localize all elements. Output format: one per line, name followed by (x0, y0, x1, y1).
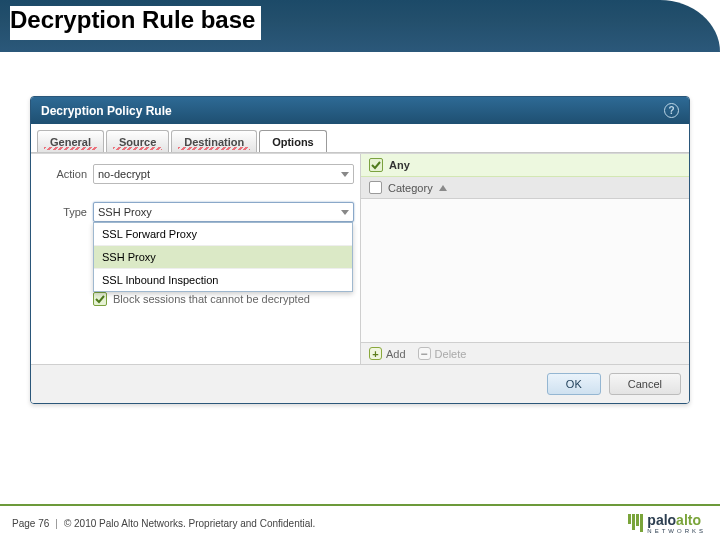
type-option-ssh-proxy[interactable]: SSH Proxy (94, 246, 352, 269)
plus-icon: + (369, 347, 382, 360)
add-label: Add (386, 348, 406, 360)
footer-separator: | (55, 518, 58, 529)
type-label: Type (37, 206, 93, 218)
block-sessions-row: Block sessions that cannot be decrypted (93, 292, 354, 306)
minus-icon: − (418, 347, 431, 360)
tab-source[interactable]: Source (106, 130, 169, 152)
tab-row: General Source Destination Options (31, 124, 689, 153)
right-pane: Any Category + Add − Delete (361, 154, 689, 364)
help-icon[interactable]: ? (664, 103, 679, 118)
type-dropdown: SSL Forward Proxy SSH Proxy SSL Inbound … (93, 222, 353, 292)
logo-word2: alto (676, 512, 701, 528)
dialog-footer: OK Cancel (31, 364, 689, 403)
dialog-titlebar: Decryption Policy Rule ? (31, 97, 689, 124)
ok-button[interactable]: OK (547, 373, 601, 395)
chevron-down-icon (341, 172, 349, 177)
decryption-rule-dialog: Decryption Policy Rule ? General Source … (30, 96, 690, 404)
delete-button[interactable]: − Delete (418, 347, 467, 360)
spellcheck-wavy-icon (178, 147, 250, 150)
cancel-button[interactable]: Cancel (609, 373, 681, 395)
logo-text: paloalto (647, 512, 706, 528)
left-pane: Action no-decrypt Type SSH Proxy SSL For… (31, 154, 361, 364)
type-option-ssl-forward[interactable]: SSL Forward Proxy (94, 223, 352, 246)
action-label: Action (37, 168, 93, 180)
sort-asc-icon (439, 185, 447, 191)
action-select[interactable]: no-decrypt (93, 164, 354, 184)
type-row: Type SSH Proxy (37, 202, 354, 222)
logo-word1: palo (647, 512, 676, 528)
type-select-value: SSH Proxy (98, 206, 152, 218)
category-header[interactable]: Category (361, 177, 689, 199)
tab-general[interactable]: General (37, 130, 104, 152)
check-icon (95, 294, 105, 304)
chevron-down-icon (341, 210, 349, 215)
logo-subtext: NETWORKS (647, 528, 706, 534)
slide-footer: Page 76 | © 2010 Palo Alto Networks. Pro… (0, 504, 720, 540)
action-select-value: no-decrypt (98, 168, 150, 180)
block-sessions-checkbox[interactable] (93, 292, 107, 306)
page-number: Page 76 (12, 518, 49, 529)
dialog-title: Decryption Policy Rule (41, 104, 172, 118)
action-row: Action no-decrypt (37, 164, 354, 184)
slide-title: Decryption Rule base (10, 6, 261, 40)
spellcheck-wavy-icon (113, 147, 162, 150)
check-icon (371, 160, 381, 170)
paloalto-logo: paloalto NETWORKS (628, 512, 706, 534)
delete-label: Delete (435, 348, 467, 360)
type-option-ssl-inbound[interactable]: SSL Inbound Inspection (94, 269, 352, 291)
add-button[interactable]: + Add (369, 347, 406, 360)
category-list (361, 199, 689, 342)
dialog-body: Action no-decrypt Type SSH Proxy SSL For… (31, 153, 689, 364)
category-select-all-checkbox[interactable] (369, 181, 382, 194)
category-label: Category (388, 182, 433, 194)
spellcheck-wavy-icon (44, 147, 97, 150)
tab-destination[interactable]: Destination (171, 130, 257, 152)
any-checkbox[interactable] (369, 158, 383, 172)
any-row: Any (361, 154, 689, 177)
right-toolbar: + Add − Delete (361, 342, 689, 364)
any-label: Any (389, 159, 410, 171)
tab-options-label: Options (272, 136, 314, 148)
tab-options[interactable]: Options (259, 130, 327, 152)
type-select[interactable]: SSH Proxy (93, 202, 354, 222)
block-sessions-label: Block sessions that cannot be decrypted (113, 293, 310, 305)
logo-mark-icon (628, 514, 643, 532)
copyright: © 2010 Palo Alto Networks. Proprietary a… (64, 518, 315, 529)
